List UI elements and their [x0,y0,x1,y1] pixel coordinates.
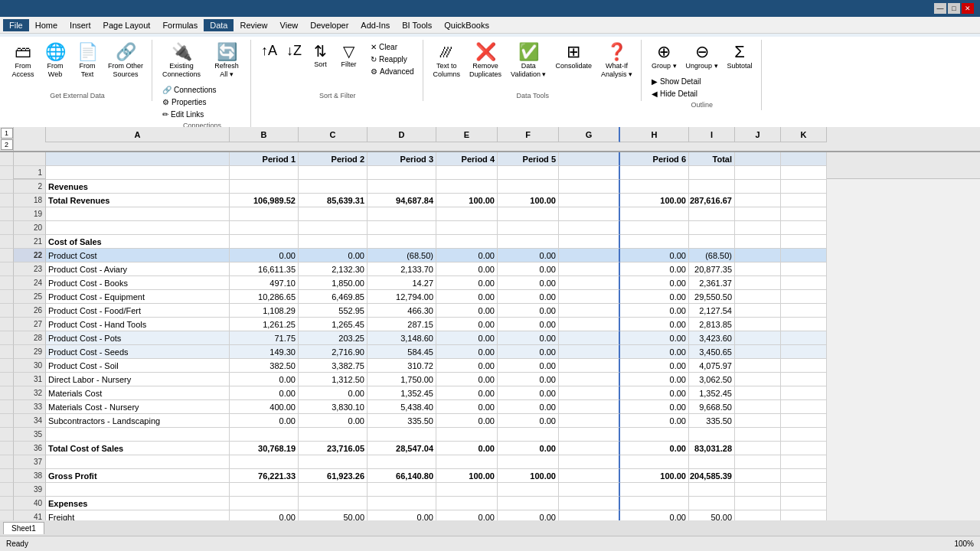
cell[interactable]: 85,639.31 [299,194,368,207]
cell[interactable] [559,166,620,180]
cell[interactable] [559,290,620,304]
cell[interactable] [559,331,620,345]
text-to-columns-button[interactable]: ⫻ Text toColumns [430,41,465,81]
row-number[interactable]: 1 [14,166,46,180]
cell[interactable]: 3,062.50 [689,373,735,386]
cell[interactable]: 382.50 [230,359,299,373]
cell[interactable] [781,166,827,180]
cell[interactable]: 2,813.85 [689,318,735,331]
cell[interactable] [559,469,620,483]
cell[interactable] [781,455,827,469]
cell[interactable] [620,207,689,221]
cell[interactable] [498,235,559,249]
cell[interactable] [436,455,498,469]
cell[interactable] [735,345,781,359]
cell[interactable]: 335.50 [689,414,735,428]
cell[interactable]: 1,850.00 [299,276,368,290]
cell[interactable]: 0.00 [498,318,559,331]
row-number[interactable]: 23 [14,262,46,276]
cell[interactable]: Direct Labor - Nursery [46,373,230,386]
cell[interactable] [735,304,781,318]
cell[interactable]: 100.00 [620,469,689,483]
cell[interactable] [299,180,368,194]
cell[interactable]: 287.15 [368,318,436,331]
cell[interactable] [735,166,781,180]
cell[interactable]: 0.00 [299,386,368,400]
cell[interactable]: Materials Cost [46,386,230,400]
menu-quickbooks[interactable]: QuickBooks [438,19,495,31]
cell[interactable]: 497.10 [230,276,299,290]
cell[interactable] [620,235,689,249]
cell[interactable] [559,221,620,235]
cell[interactable]: 20,877.35 [689,262,735,276]
row-number[interactable]: 28 [14,331,46,345]
cell[interactable] [436,180,498,194]
cell[interactable] [781,497,827,510]
cell[interactable]: 0.00 [620,442,689,455]
cell[interactable] [735,386,781,400]
cell[interactable]: 0.00 [620,359,689,373]
cell[interactable] [368,207,436,221]
cell[interactable]: 61,923.26 [299,469,368,483]
cell[interactable]: 0.00 [299,414,368,428]
refresh-all-button[interactable]: 🔄 RefreshAll ▾ [207,41,246,81]
row-number[interactable]: 35 [14,428,46,442]
cell[interactable]: 9,668.50 [689,400,735,414]
cell[interactable]: 0.00 [498,249,559,262]
cell[interactable]: 1,312.50 [299,373,368,386]
cell[interactable] [735,497,781,510]
cell[interactable] [735,235,781,249]
advanced-button[interactable]: ⚙ Advanced [367,66,417,77]
cell[interactable] [689,497,735,510]
sort-za-button[interactable]: ↓Z [283,41,305,71]
cell[interactable]: 3,148.60 [368,331,436,345]
row-number[interactable]: 26 [14,304,46,318]
cell[interactable] [735,428,781,442]
cell[interactable]: 0.00 [436,290,498,304]
cell[interactable]: Product Cost - Books [46,276,230,290]
cell[interactable]: 94,687.84 [368,194,436,207]
cell[interactable]: 0.00 [498,359,559,373]
cell[interactable]: 23,716.05 [299,442,368,455]
cell[interactable] [735,414,781,428]
cell[interactable] [299,166,368,180]
cell[interactable] [781,359,827,373]
cell[interactable]: 0.00 [620,249,689,262]
cell[interactable]: 466.30 [368,304,436,318]
cell[interactable]: 0.00 [498,262,559,276]
outline-level-2[interactable]: 2 [1,139,13,150]
cell[interactable]: 3,423.60 [689,331,735,345]
cell[interactable] [781,345,827,359]
cell[interactable] [46,221,230,235]
cell[interactable] [735,249,781,262]
cell[interactable] [368,221,436,235]
from-web-button[interactable]: 🌐 FromWeb [40,41,70,81]
row-number[interactable]: 34 [14,414,46,428]
cell[interactable] [498,207,559,221]
cell[interactable] [781,469,827,483]
filter-button[interactable]: ▽ Filter [335,41,362,71]
cell[interactable] [559,442,620,455]
col-h-header[interactable]: H [620,127,689,142]
cell[interactable] [230,483,299,497]
cell[interactable] [735,455,781,469]
row-number[interactable]: 40 [14,497,46,510]
cell[interactable]: 100.00 [498,194,559,207]
properties-button[interactable]: ⚙ Properties [158,96,220,108]
cell[interactable]: Product Cost - Pots [46,331,230,345]
cell[interactable]: 0.00 [230,414,299,428]
cell[interactable]: 335.50 [368,414,436,428]
cell[interactable] [689,235,735,249]
cell[interactable]: 0.00 [436,331,498,345]
title-bar-controls[interactable]: — □ ✕ [934,3,974,14]
cell[interactable] [498,497,559,510]
sort-az-button[interactable]: ↑A [257,41,281,71]
cell[interactable]: 100.00 [620,194,689,207]
cell[interactable]: 71.75 [230,331,299,345]
cell[interactable]: 3,382.75 [299,359,368,373]
cell[interactable]: 0.00 [498,400,559,414]
grid-scroll[interactable]: Period 1Period 2Period 3Period 4Period 5… [0,152,980,536]
cell[interactable] [735,221,781,235]
cell[interactable] [735,331,781,345]
cell[interactable]: Cost of Sales [46,235,230,249]
